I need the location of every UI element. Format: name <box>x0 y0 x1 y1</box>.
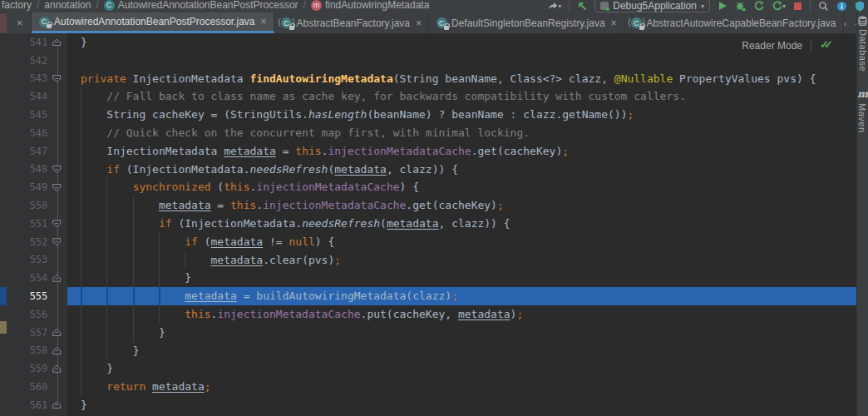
code-line[interactable]: } <box>67 342 856 360</box>
fold-end-icon[interactable] <box>52 401 61 409</box>
editor-tab[interactable]: ()CAbstractAutowireCapableBeanFactory.ja… <box>624 12 844 33</box>
code-token: metadata <box>152 380 205 393</box>
breadcrumb-item[interactable]: annotation <box>44 0 91 11</box>
code-token: } <box>81 399 87 411</box>
code-line[interactable]: synchronized (this.injectionMetadataCach… <box>67 178 856 196</box>
profiler-icon[interactable] <box>836 1 847 12</box>
breadcrumb[interactable]: factory/annotation/CAutowiredAnnotationB… <box>2 0 429 12</box>
play-icon[interactable] <box>718 1 727 11</box>
line-number: 546 <box>7 127 47 139</box>
code-line[interactable] <box>67 52 856 70</box>
code-line[interactable]: if (InjectionMetadata.needsRefresh(metad… <box>67 161 856 179</box>
code-line[interactable]: if (InjectionMetadata.needsRefresh(metad… <box>67 215 856 233</box>
coverage-icon[interactable] <box>753 1 764 11</box>
code-token: ( <box>211 181 224 193</box>
close-icon[interactable]: × <box>611 17 617 29</box>
close-icon[interactable]: × <box>416 17 422 29</box>
code-line[interactable]: InjectionMetadata metadata = this.inject… <box>67 142 856 161</box>
indent <box>81 163 106 176</box>
fold-end-icon[interactable] <box>52 275 61 282</box>
fold-collapse-icon[interactable] <box>52 238 61 245</box>
indent <box>81 181 133 193</box>
indent <box>81 326 159 339</box>
breadcrumb-item[interactable]: mfindAutowiringMetadata <box>311 0 429 11</box>
tool-window-label: Maven <box>857 103 867 133</box>
code-line[interactable]: } <box>67 396 856 414</box>
indent <box>81 254 211 266</box>
tool-window-button-maven[interactable]: mMaven <box>857 88 868 133</box>
stop-icon[interactable] <box>793 2 802 11</box>
close-icon[interactable]: × <box>260 16 266 27</box>
run-toolbar: ▾Debug5Application▾▾ <box>547 0 865 12</box>
code-line[interactable]: this.injectionMetadataCache.put(cacheKey… <box>67 305 856 324</box>
share-icon[interactable]: ▾ <box>547 1 561 11</box>
code-token: (InjectionMetadata. <box>120 163 250 176</box>
fold-collapse-icon[interactable] <box>52 75 61 82</box>
editor-tab-partial[interactable]: × <box>7 12 32 33</box>
fold-end-icon[interactable] <box>52 365 61 373</box>
line-number: 552 <box>7 236 47 248</box>
code-line[interactable]: if (metadata != null) { <box>67 233 856 251</box>
indent <box>81 235 185 248</box>
code-line[interactable]: // Quick check on the concurrent map fir… <box>67 124 856 142</box>
shield-icon[interactable] <box>855 1 865 12</box>
breadcrumb-separator: / <box>37 0 39 11</box>
code-line[interactable]: private InjectionMetadata findAutowiring… <box>67 70 856 88</box>
fold-end-icon[interactable] <box>52 329 61 336</box>
search-icon[interactable] <box>818 1 829 12</box>
code-line[interactable]: } <box>67 359 856 378</box>
lock-icon <box>47 24 52 28</box>
fold-collapse-icon[interactable] <box>52 166 61 173</box>
code-area[interactable]: }private InjectionMetadata findAutowirin… <box>67 33 856 416</box>
code-token: , clazz)) { <box>439 217 510 230</box>
close-icon[interactable]: × <box>17 17 22 29</box>
code-line[interactable]: String cacheKey = (StringUtils.hasLength… <box>67 106 856 124</box>
breadcrumb-item[interactable]: factory <box>2 0 32 11</box>
run-config-selector[interactable]: Debug5Application▾ <box>594 0 710 12</box>
code-line[interactable]: } <box>67 269 856 287</box>
editor-tab[interactable]: ()CAbstractBeanFactory.java× <box>274 12 430 33</box>
code-line[interactable]: // Fall back to class name as cache key,… <box>67 87 856 106</box>
tool-window-button-database[interactable]: Database <box>858 16 868 72</box>
line-number: 549 <box>7 181 47 193</box>
inspections-ok-icon[interactable]: ✓✓ <box>820 41 835 52</box>
code-line[interactable]: } <box>67 324 856 342</box>
fold-collapse-icon[interactable] <box>52 220 61 227</box>
code-line[interactable]: } <box>67 33 856 52</box>
line-number: 553 <box>7 254 47 265</box>
line-number: 556 <box>7 309 47 320</box>
tabs-scroll-right-icon[interactable]: › <box>844 18 847 28</box>
indent-guide-highlighted <box>159 287 160 305</box>
indent <box>81 308 185 320</box>
code-line[interactable]: metadata = buildAutowiringMetadata(clazz… <box>67 287 856 305</box>
lock-icon <box>639 26 644 30</box>
code-token: this <box>224 181 249 193</box>
fold-collapse-icon[interactable] <box>52 184 61 191</box>
code-token: = <box>211 199 230 211</box>
editor-gutter[interactable]: 5415425435445455465475485495505515525535… <box>7 33 67 416</box>
code-token: null <box>289 235 314 248</box>
code-editor[interactable]: Reader Mode ✓✓ 5415425435445455465475485… <box>7 33 856 416</box>
code-line[interactable]: metadata = this.injectionMetadataCache.g… <box>67 196 856 215</box>
code-line[interactable]: metadata.clear(pvs); <box>67 251 856 270</box>
reader-mode-widget: Reader Mode ✓✓ <box>742 40 835 52</box>
lock-icon <box>289 26 294 30</box>
debug-icon[interactable] <box>735 1 746 11</box>
rollback-icon[interactable] <box>577 1 587 11</box>
code-token: metadata <box>387 217 439 230</box>
class-icon: ()C <box>281 17 293 29</box>
breadcrumb-item[interactable]: CAutowiredAnnotationBeanPostProcessor <box>104 0 298 11</box>
editor-tab[interactable]: CAutowiredAnnotationBeanPostProcessor.ja… <box>32 12 274 33</box>
rerun-icon[interactable]: ▾ <box>772 1 786 11</box>
fold-column <box>47 38 66 46</box>
chevron-down-icon: ▾ <box>558 2 561 10</box>
code-token: metadata <box>211 254 264 266</box>
indent <box>81 90 106 102</box>
fold-end-icon[interactable] <box>52 347 61 354</box>
line-number: 543 <box>7 72 47 84</box>
code-line[interactable]: return metadata; <box>67 378 856 396</box>
editor-tab[interactable]: CDefaultSingletonBeanRegistry.java× <box>429 12 624 33</box>
code-token: } <box>159 326 165 339</box>
line-number: 554 <box>7 272 47 284</box>
fold-end-icon[interactable] <box>52 38 61 46</box>
